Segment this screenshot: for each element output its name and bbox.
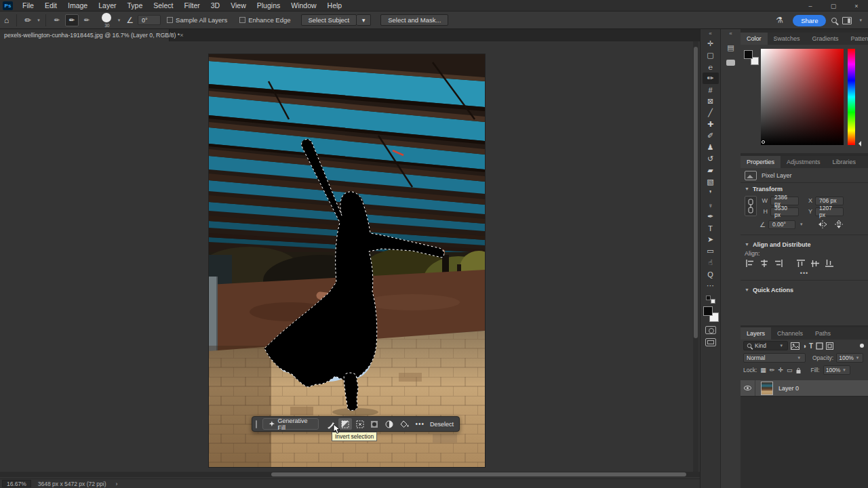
- healing-brush-tool[interactable]: ✚: [703, 119, 719, 130]
- zoom-level-field[interactable]: 16.67%: [2, 480, 31, 487]
- tab-patterns[interactable]: Patterns: [845, 33, 868, 45]
- opacity-field[interactable]: 100% ▾: [836, 353, 863, 363]
- brush-size-dropdown-icon[interactable]: ▾: [116, 18, 123, 23]
- preset-dropdown-icon[interactable]: ▾: [35, 18, 42, 23]
- lock-artboard-icon[interactable]: ▭: [787, 367, 793, 373]
- filter-type-layers-icon[interactable]: T: [809, 342, 813, 350]
- tab-color[interactable]: Color: [741, 33, 768, 45]
- layer-row-layer0[interactable]: Layer 0: [741, 380, 868, 396]
- height-field[interactable]: 3530 px: [770, 207, 799, 216]
- menu-select[interactable]: Select: [148, 1, 178, 10]
- saturation-brightness-field[interactable]: [761, 49, 844, 145]
- shape-tool[interactable]: ▭: [703, 245, 719, 257]
- select-and-mask-button[interactable]: Select and Mask...: [380, 14, 448, 26]
- history-panel-icon[interactable]: ▤: [726, 43, 736, 53]
- align-more-options[interactable]: •••: [741, 270, 868, 277]
- horizontal-scrollbar-thumb[interactable]: [271, 472, 686, 476]
- menu-file[interactable]: File: [17, 1, 39, 10]
- menu-plugins[interactable]: Plugins: [252, 1, 285, 10]
- blend-mode-select[interactable]: Normal ▾: [743, 353, 806, 363]
- minimize-button[interactable]: –: [799, 0, 822, 12]
- align-left-icon[interactable]: [746, 260, 754, 267]
- select-subject-button[interactable]: Select Subject: [301, 14, 357, 26]
- align-bottom-icon[interactable]: [825, 260, 833, 267]
- foreground-background-swatches[interactable]: [703, 306, 719, 322]
- menu-3d[interactable]: 3D: [205, 1, 225, 10]
- tab-layers[interactable]: Layers: [741, 327, 771, 340]
- color-swatch-stack[interactable]: [744, 50, 759, 65]
- document-image[interactable]: [209, 54, 485, 467]
- screen-mode-icon[interactable]: [705, 338, 716, 346]
- sample-all-layers-checkbox[interactable]: Sample All Layers: [167, 16, 227, 24]
- pen-tool[interactable]: ✒: [703, 211, 719, 222]
- subtract-selection-mode-button[interactable]: ✏: [80, 14, 94, 26]
- menu-layer[interactable]: Layer: [93, 1, 121, 10]
- lasso-tool[interactable]: ℮: [703, 61, 719, 73]
- canvas-pasteboard[interactable]: Generative Fill ••• Deselect: [0, 41, 700, 480]
- toolbar-collapse-icon[interactable]: «: [701, 29, 720, 38]
- new-selection-mode-button[interactable]: ✏: [50, 14, 64, 26]
- brush-angle-field[interactable]: 0°: [138, 15, 161, 25]
- kind-filter-select[interactable]: Kind ▾: [743, 341, 788, 350]
- lock-position-icon[interactable]: ✛: [778, 367, 783, 373]
- layer-visibility-icon[interactable]: [744, 386, 751, 390]
- path-selection-tool[interactable]: ➤: [703, 234, 719, 245]
- search-icon[interactable]: [831, 18, 837, 23]
- fill-selection-icon[interactable]: [397, 418, 411, 430]
- crop-tool[interactable]: #: [703, 84, 719, 96]
- filter-pixel-layers-icon[interactable]: [791, 342, 800, 350]
- selection-brush-tool[interactable]: ✏: [703, 73, 719, 84]
- status-chevron-icon[interactable]: ›: [116, 481, 118, 487]
- tab-paths[interactable]: Paths: [809, 327, 837, 340]
- menu-filter[interactable]: Filter: [178, 1, 205, 10]
- align-right-icon[interactable]: [774, 260, 783, 267]
- tab-adjustments[interactable]: Adjustments: [781, 156, 827, 168]
- share-button[interactable]: Share: [793, 15, 826, 26]
- align-center-horizontal-icon[interactable]: [760, 260, 768, 267]
- marquee-tool[interactable]: ▢: [703, 49, 719, 61]
- gradient-tool[interactable]: ▧: [703, 176, 719, 188]
- comments-panel-icon[interactable]: [726, 60, 735, 66]
- filter-smart-objects-icon[interactable]: [826, 342, 833, 350]
- horizontal-scrollbar[interactable]: [0, 472, 700, 477]
- flip-horizontal-icon[interactable]: [818, 220, 827, 229]
- dodge-tool[interactable]: ♀: [703, 199, 719, 211]
- brush-size-picker[interactable]: 30: [100, 12, 115, 28]
- tech-preview-icon[interactable]: ⚗: [772, 16, 787, 25]
- fill-field[interactable]: 100% ▾: [823, 365, 850, 375]
- menu-window[interactable]: Window: [285, 1, 321, 10]
- select-subject-dropdown[interactable]: ▾: [357, 14, 371, 26]
- add-selection-mode-button[interactable]: ✏: [65, 14, 79, 26]
- align-top-icon[interactable]: [797, 260, 805, 267]
- tab-channels[interactable]: Channels: [771, 327, 809, 340]
- quick-actions-section-header[interactable]: ▼ Quick Actions: [741, 284, 868, 296]
- zoom-tool[interactable]: Q: [703, 268, 719, 280]
- tab-swatches[interactable]: Swatches: [768, 33, 806, 45]
- hue-slider-marker[interactable]: [856, 141, 861, 146]
- taskbar-more-options[interactable]: •••: [412, 420, 429, 428]
- frame-tool[interactable]: ⊠: [703, 96, 719, 107]
- tab-gradients[interactable]: Gradients: [806, 33, 845, 45]
- home-icon[interactable]: ⌂: [0, 16, 13, 25]
- link-dimensions-icon[interactable]: [745, 196, 757, 216]
- document-tab[interactable]: pexels-wellington-cunha-1918445.jpg @ 16…: [0, 29, 170, 41]
- width-field[interactable]: 2386 px: [770, 197, 799, 205]
- menu-type[interactable]: Type: [121, 1, 148, 10]
- menu-edit[interactable]: Edit: [39, 1, 62, 10]
- quick-mask-icon[interactable]: [705, 326, 716, 334]
- workspace-dropdown-icon[interactable]: ▾: [857, 18, 864, 23]
- lock-transparency-icon[interactable]: ▦: [760, 367, 766, 373]
- layer-thumbnail[interactable]: [761, 382, 773, 395]
- close-button[interactable]: ×: [845, 0, 868, 12]
- y-position-field[interactable]: 1207 px: [815, 207, 844, 216]
- tab-close-icon[interactable]: ×: [180, 32, 183, 39]
- filter-adjustment-layers-icon[interactable]: ◑: [802, 342, 806, 350]
- lock-all-icon[interactable]: [795, 367, 802, 374]
- generative-fill-button[interactable]: Generative Fill: [262, 418, 319, 430]
- maximize-button[interactable]: ▢: [822, 0, 845, 12]
- align-distribute-section-header[interactable]: ▼ Align and Distribute: [741, 239, 868, 250]
- hand-tool[interactable]: ☝: [703, 257, 719, 268]
- clone-stamp-tool[interactable]: ♟: [703, 142, 719, 153]
- menu-view[interactable]: View: [225, 1, 252, 10]
- filtering-toggle[interactable]: [860, 344, 864, 348]
